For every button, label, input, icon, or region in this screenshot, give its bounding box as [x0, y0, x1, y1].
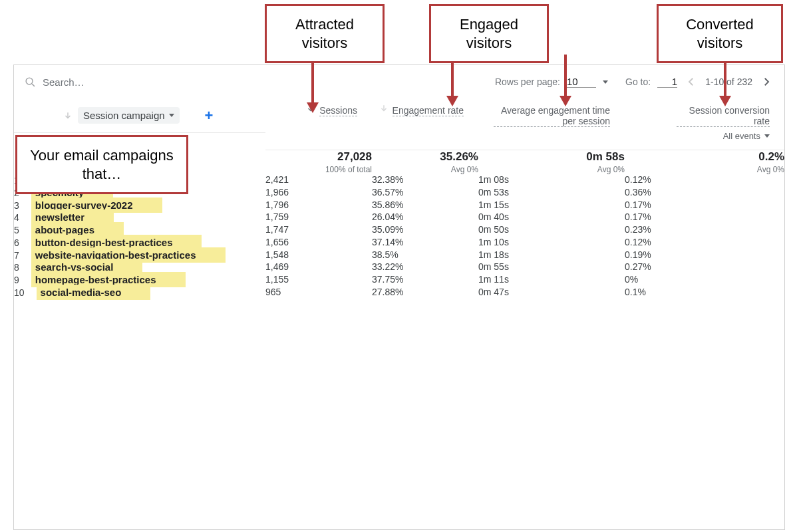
summary-value: 0.2% — [625, 150, 784, 164]
table-cell: 35.09% — [372, 224, 478, 237]
conversion-event-picker[interactable]: All events — [723, 131, 770, 141]
summary-sessions: 27,028 100% of total — [265, 150, 372, 174]
goto-label: Go to: — [625, 76, 651, 87]
table-cell: 1,548 — [265, 249, 372, 262]
header-label: Session conversion rate — [677, 105, 770, 127]
summary-sub: Avg 0% — [478, 165, 625, 174]
goto-input[interactable] — [657, 76, 677, 88]
table-cell: 1m 15s — [478, 200, 625, 212]
table-cell: 0.12% — [625, 174, 784, 187]
table-cell: 0.36% — [625, 187, 784, 200]
analytics-table-panel: Search… Rows per page: Go to: 1-10 of 23… — [13, 65, 785, 530]
table-cell: 33.22% — [372, 261, 478, 274]
sort-desc-icon — [306, 104, 315, 113]
table-cell: 0.17% — [625, 200, 784, 212]
table-row-name[interactable]: 10social-media-seo — [14, 287, 265, 299]
sort-desc-icon — [63, 111, 73, 120]
add-dimension-button[interactable]: + — [205, 107, 214, 124]
table-cell: 26.04% — [372, 211, 478, 224]
summary-sub: Avg 0% — [372, 165, 478, 174]
table-cell: 35.86% — [372, 200, 478, 212]
table-cell: 0% — [625, 274, 784, 287]
campaign-name: social-media-seo — [37, 285, 151, 300]
table-cell: 965 — [265, 287, 372, 299]
toolbar: Search… Rows per page: Go to: 1-10 of 23… — [14, 65, 784, 98]
summary-conversion: 0.2% Avg 0% — [625, 150, 784, 174]
search-placeholder: Search… — [43, 76, 84, 88]
dimension-header: Session campaign + — [14, 98, 265, 133]
summary-engagement: 35.26% Avg 0% — [372, 150, 478, 174]
svg-point-8 — [26, 78, 33, 84]
table-cell: 0m 40s — [478, 211, 625, 224]
table-cell: 1,155 — [265, 274, 372, 287]
summary-value: 35.26% — [372, 150, 478, 164]
column-header-engagement[interactable]: Engagement rate — [372, 98, 478, 150]
table-cell: 0.19% — [625, 249, 784, 262]
table-cell: 0.27% — [625, 261, 784, 274]
table-cell: 1m 08s — [478, 174, 625, 187]
table-cell: 37.14% — [372, 237, 478, 249]
table-cell: 1,796 — [265, 200, 372, 212]
header-label: Engagement rate — [393, 105, 464, 116]
chevron-right-icon — [760, 76, 772, 88]
table-cell: 0m 55s — [478, 261, 625, 274]
sort-icon — [379, 104, 389, 113]
table-cell: 0m 47s — [478, 287, 625, 299]
chevron-left-icon — [685, 76, 697, 88]
table-cell: 0.12% — [625, 237, 784, 249]
summary-value: 27,028 — [265, 150, 372, 164]
chevron-down-icon — [603, 80, 608, 84]
row-index: 8 — [14, 262, 31, 273]
table-cell: 2,421 — [265, 174, 372, 187]
table-cell: 0.23% — [625, 224, 784, 237]
summary-sub: Avg 0% — [625, 165, 784, 174]
summary-value: 0m 58s — [478, 150, 625, 164]
table-cell: 1,747 — [265, 224, 372, 237]
column-header-avg-time[interactable]: Average engagement time per session — [478, 98, 625, 150]
dimension-label: Session campaign — [83, 110, 165, 121]
row-index: 7 — [14, 250, 31, 261]
dimension-picker[interactable]: Session campaign — [78, 107, 180, 124]
table-cell: 38.5% — [372, 249, 478, 262]
annotation-attracted: Attracted visitors — [265, 4, 385, 63]
prev-page-button[interactable] — [684, 74, 699, 89]
annotation-engaged: Engaged visitors — [429, 4, 549, 63]
pagination: Rows per page: Go to: 1-10 of 232 — [495, 74, 774, 89]
table-cell: 1,469 — [265, 261, 372, 274]
summary-sub: 100% of total — [265, 165, 372, 174]
chevron-down-icon — [169, 114, 174, 117]
header-label: Average engagement time per session — [494, 105, 610, 127]
next-page-button[interactable] — [759, 74, 774, 89]
column-header-conversion[interactable]: Session conversion rate All events — [625, 98, 784, 150]
table-cell: 1m 18s — [478, 249, 625, 262]
table-cell: 1,656 — [265, 237, 372, 249]
row-index: 3 — [14, 200, 31, 211]
table-cell: 1m 10s — [478, 237, 625, 249]
row-index: 4 — [14, 212, 31, 223]
rows-per-page-select[interactable] — [567, 76, 596, 88]
table-cell: 27.88% — [372, 287, 478, 299]
table-cell: 0m 50s — [478, 224, 625, 237]
table-cell: 1,759 — [265, 211, 372, 224]
column-header-sessions[interactable]: Sessions — [265, 98, 372, 150]
table-cell: 1m 11s — [478, 274, 625, 287]
table-cell: 0.17% — [625, 211, 784, 224]
picker-label: All events — [723, 131, 760, 141]
pagination-range: 1-10 of 232 — [705, 76, 752, 87]
row-index: 5 — [14, 225, 31, 235]
table-cell: 32.38% — [372, 174, 478, 187]
annotation-converted: Converted visitors — [657, 4, 783, 63]
svg-line-9 — [32, 83, 35, 86]
table-cell: 36.57% — [372, 187, 478, 200]
search-icon — [25, 76, 36, 88]
row-index: 6 — [14, 237, 31, 248]
rows-per-page-label: Rows per page: — [495, 76, 560, 87]
table-cell: 1,966 — [265, 187, 372, 200]
chevron-down-icon — [764, 134, 770, 138]
row-index: 9 — [14, 275, 31, 285]
search-field[interactable]: Search… — [25, 76, 495, 88]
table-cell: 0m 53s — [478, 187, 625, 200]
table-cell: 0.1% — [625, 287, 784, 299]
annotation-left: Your email campaigns that… — [15, 135, 188, 194]
header-label: Sessions — [319, 105, 357, 116]
